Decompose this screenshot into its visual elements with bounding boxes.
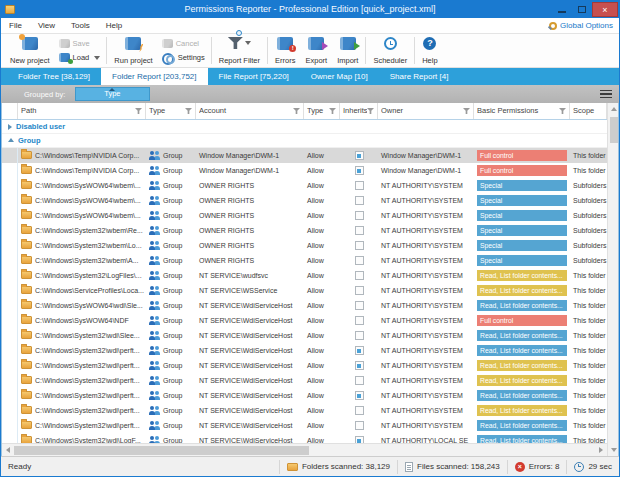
table-row[interactable]: C:\Windows\System32\wdi\perft... Group N… — [2, 358, 607, 373]
errors-button[interactable]: ! Errors — [270, 35, 300, 66]
filter-icon[interactable] — [185, 108, 192, 114]
tab-folder-tree[interactable]: Folder Tree [38,129] — [7, 68, 101, 85]
table-row[interactable]: C:\Windows\System32\wdi\perft... Group N… — [2, 403, 607, 418]
inherits-checkbox[interactable] — [355, 226, 364, 235]
inherits-checkbox[interactable] — [355, 196, 364, 205]
vertical-scrollbar[interactable] — [607, 103, 619, 456]
scheduler-button[interactable]: Scheduler — [368, 35, 412, 66]
header-owner[interactable]: Owner — [378, 103, 474, 119]
header-path[interactable]: Path — [18, 103, 146, 119]
filter-icon[interactable] — [329, 108, 336, 114]
filter-icon[interactable] — [367, 108, 374, 114]
errors-count[interactable]: × Errors: 8 — [507, 460, 567, 474]
maximize-button[interactable] — [572, 2, 592, 17]
row-basic-permissions: Full control — [474, 313, 570, 328]
scroll-right-icon[interactable] — [599, 447, 603, 453]
inherits-checkbox[interactable] — [355, 271, 364, 280]
export-button[interactable]: Export — [300, 35, 332, 66]
menu-help[interactable]: Help — [98, 18, 130, 34]
vertical-scroll-thumb[interactable] — [610, 117, 619, 143]
table-row[interactable]: C:\Windows\System32\wdi\perft... Group N… — [2, 388, 607, 403]
save-button[interactable]: Save — [59, 37, 101, 50]
inherits-checkbox[interactable] — [355, 331, 364, 340]
inherits-checkbox[interactable] — [355, 346, 364, 355]
header-basic-permissions[interactable]: Basic Permissions — [474, 103, 570, 119]
filter-icon[interactable] — [463, 108, 470, 114]
table-row[interactable]: C:\Windows\SysWOW64\wbem\... Group OWNER… — [2, 193, 607, 208]
header-access-type[interactable]: Type — [304, 103, 340, 119]
row-owner: Window Manager\DWM-1 — [378, 163, 474, 178]
row-inherits — [340, 163, 378, 178]
inherits-checkbox[interactable] — [355, 151, 364, 160]
help-button[interactable]: ? Help — [417, 35, 442, 66]
table-row[interactable]: C:\Windows\SysWOW64\wbem\... Group OWNER… — [2, 208, 607, 223]
inherits-checkbox[interactable] — [355, 376, 364, 385]
inherits-checkbox[interactable] — [355, 181, 364, 190]
table-row[interactable]: C:\Windows\Temp\NVIDIA Corp... Group Win… — [2, 163, 607, 178]
horizontal-scrollbar[interactable] — [2, 443, 607, 456]
cancel-button[interactable]: Cancel — [162, 37, 205, 50]
table-row[interactable]: C:\Windows\SysWOW64\wdi\Sle... Group NT … — [2, 298, 607, 313]
load-button[interactable]: Load — [59, 51, 101, 64]
table-row[interactable]: C:\Windows\System32\wbem\Re... Group OWN… — [2, 223, 607, 238]
table-row[interactable]: C:\Windows\System32\wdi\perft... Group N… — [2, 343, 607, 358]
table-row[interactable]: C:\Windows\Temp\NVIDIA Corp... Group Win… — [2, 148, 607, 163]
table-row[interactable]: C:\Windows\System32\wdi\perft... Group N… — [2, 373, 607, 388]
table-row[interactable]: C:\Windows\SysWOW64\NDF Group NT SERVICE… — [2, 313, 607, 328]
filter-icon[interactable] — [293, 108, 300, 114]
table-row[interactable]: C:\Windows\System32\wdi\Slee... Group NT… — [2, 328, 607, 343]
inherits-checkbox[interactable] — [355, 166, 364, 175]
table-row[interactable]: C:\Windows\System32\LogFiles\... Group N… — [2, 268, 607, 283]
close-button[interactable]: × — [592, 2, 618, 17]
group-chip-type[interactable]: Type — [75, 87, 149, 101]
tab-share-report[interactable]: Share Report [4] — [379, 68, 460, 85]
collapse-icon[interactable] — [8, 138, 14, 142]
run-project-button[interactable]: Run project — [109, 35, 157, 66]
scroll-left-icon[interactable] — [6, 447, 10, 453]
inherits-checkbox[interactable] — [355, 406, 364, 415]
tab-file-report[interactable]: File Report [75,220] — [208, 68, 300, 85]
import-button[interactable]: Import — [332, 35, 363, 66]
scroll-up-icon[interactable] — [611, 107, 617, 111]
inherits-checkbox[interactable] — [355, 211, 364, 220]
header-account[interactable]: Account — [196, 103, 304, 119]
menu-view[interactable]: View — [30, 18, 63, 34]
tab-owner-map[interactable]: Owner Map [10] — [300, 68, 379, 85]
group-row-disabled-user[interactable]: Disabled user — [2, 120, 607, 134]
global-options-button[interactable]: Global Options — [549, 21, 619, 30]
inherits-checkbox[interactable] — [355, 361, 364, 370]
close-icon: × — [602, 5, 607, 15]
expand-icon[interactable] — [8, 124, 12, 130]
menu-tools[interactable]: Tools — [63, 18, 98, 34]
table-row[interactable]: C:\Windows\System32\wbem\Lo... Group OWN… — [2, 238, 607, 253]
header-scope[interactable]: Scope — [570, 103, 607, 119]
filter-icon[interactable] — [559, 108, 566, 114]
inherits-checkbox[interactable] — [355, 301, 364, 310]
inherits-checkbox[interactable] — [355, 316, 364, 325]
table-row[interactable]: C:\Windows\SysWOW64\wbem\... Group OWNER… — [2, 178, 607, 193]
inherits-checkbox[interactable] — [355, 256, 364, 265]
scroll-down-icon[interactable] — [611, 448, 617, 452]
inherits-checkbox[interactable] — [355, 241, 364, 250]
table-row[interactable]: C:\Windows\System32\wbem\A... Group OWNE… — [2, 253, 607, 268]
table-row[interactable]: C:\Windows\ServiceProfiles\Loca... Group… — [2, 283, 607, 298]
filter-icon[interactable] — [135, 108, 142, 114]
inherits-checkbox[interactable] — [355, 391, 364, 400]
row-account: OWNER RIGHTS — [196, 238, 304, 253]
row-owner: NT AUTHORITY\SYSTEM — [378, 313, 474, 328]
group-row-group[interactable]: Group — [2, 134, 607, 148]
minimize-button[interactable] — [552, 2, 572, 17]
table-row[interactable]: C:\Windows\System32\wdi\perft... Group N… — [2, 418, 607, 433]
inherits-checkbox[interactable] — [355, 286, 364, 295]
settings-button[interactable]: Settings — [162, 51, 205, 64]
inherits-checkbox[interactable] — [355, 421, 364, 430]
column-menu-button[interactable] — [600, 90, 614, 99]
tab-folder-report[interactable]: Folder Report [203,752] — [101, 68, 208, 85]
horizontal-scroll-thumb[interactable] — [14, 446, 309, 455]
folder-icon — [21, 316, 32, 324]
header-type[interactable]: Type — [146, 103, 196, 119]
header-inherits[interactable]: Inherits — [340, 103, 378, 119]
menu-file[interactable]: File — [1, 18, 30, 34]
report-filter-button[interactable]: Report Filter — [214, 35, 265, 66]
new-project-button[interactable]: New project — [5, 35, 55, 66]
